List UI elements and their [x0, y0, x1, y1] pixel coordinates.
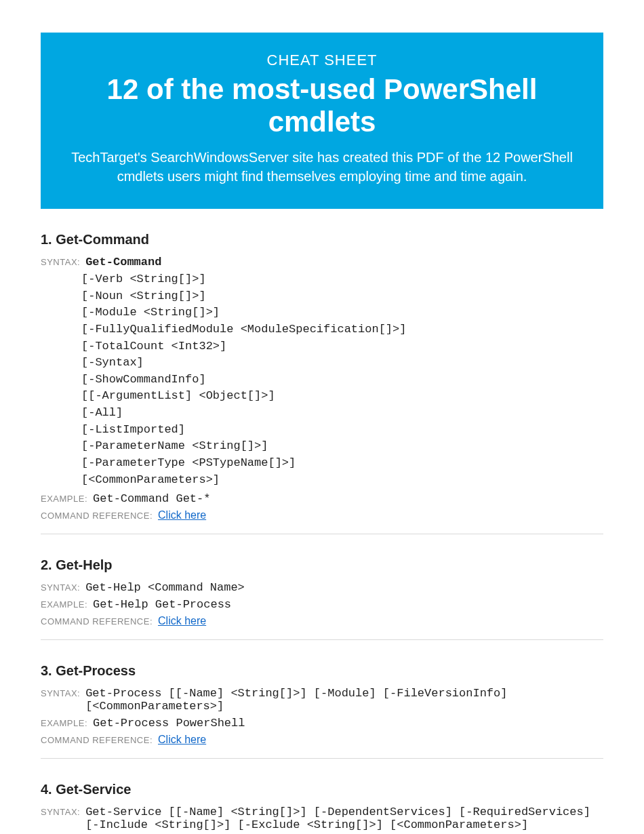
section-title: 4. Get-Service [41, 782, 603, 797]
reference-link[interactable]: Click here [158, 734, 206, 746]
example-label: EXAMPLE: [41, 718, 87, 728]
section-get-service: 4. Get-Service SYNTAX: Get-Service [[-Na… [41, 782, 603, 834]
example-code: Get-Help Get-Process [93, 598, 231, 611]
section-get-help: 2. Get-Help SYNTAX: Get-Help <Command Na… [41, 557, 603, 640]
reference-link[interactable]: Click here [158, 509, 206, 521]
section-title: 3. Get-Process [41, 663, 603, 679]
reference-link[interactable]: Click here [158, 615, 206, 627]
example-label: EXAMPLE: [41, 599, 87, 610]
section-get-command: 1. Get-Command SYNTAX: Get-Command [-Ver… [41, 232, 603, 534]
syntax-command: Get-Command [85, 256, 161, 269]
section-title: 2. Get-Help [41, 557, 603, 573]
section-divider [41, 534, 603, 534]
section-get-process: 3. Get-Process SYNTAX: Get-Process [[-Na… [41, 663, 603, 759]
header-banner: CHEAT SHEET 12 of the most-used PowerShe… [41, 33, 603, 209]
syntax-label: SYNTAX: [41, 688, 80, 698]
section-title: 1. Get-Command [41, 232, 603, 247]
syntax-inline: Get-Help <Command Name> [85, 581, 245, 594]
syntax-block: [-Verb <String[]>] [-Noun <String[]>] [-… [81, 271, 603, 488]
syntax-label: SYNTAX: [41, 582, 80, 593]
reference-label: COMMAND REFERENCE: [41, 616, 153, 627]
reference-label: COMMAND REFERENCE: [41, 735, 153, 745]
section-divider [41, 758, 603, 759]
banner-title: 12 of the most-used PowerShell cmdlets [68, 73, 576, 138]
syntax-label: SYNTAX: [41, 257, 80, 267]
reference-label: COMMAND REFERENCE: [41, 511, 153, 521]
example-code: Get-Command Get-* [93, 492, 210, 505]
syntax-label: SYNTAX: [41, 807, 80, 817]
example-label: EXAMPLE: [41, 494, 87, 504]
section-divider [41, 639, 603, 640]
syntax-inline: Get-Process [[-Name] <String[]>] [-Modul… [85, 687, 603, 713]
banner-label: CHEAT SHEET [68, 52, 576, 69]
syntax-inline: Get-Service [[-Name] <String[]>] [-Depen… [85, 806, 603, 831]
banner-subtitle: TechTarget's SearchWindowsServer site ha… [68, 148, 576, 186]
example-code: Get-Process PowerShell [93, 717, 245, 730]
